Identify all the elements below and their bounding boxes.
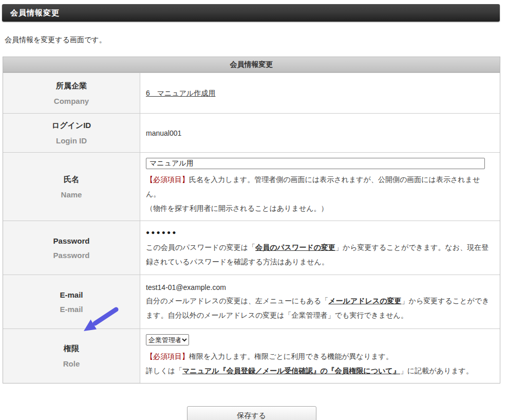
email-change-link[interactable]: メールアドレスの変更 bbox=[328, 297, 401, 305]
role-description-line2: 詳しくは「マニュアル『会員登録／メール受信確認』の『会員権限について』」に記載が… bbox=[146, 363, 492, 378]
member-info-table: 会員情報変更 所属企業 Company 6 マニュアル作成用 ログインID Lo… bbox=[3, 57, 500, 384]
email-value: test14-01@example.com bbox=[146, 281, 492, 294]
email-description: 自分のメールアドレスの変更は、左メニューにもある「メールアドレスの変更」から変更… bbox=[146, 294, 492, 322]
role-manual-link[interactable]: マニュアル『会員登録／メール受信確認』の『会員権限について』 bbox=[182, 367, 400, 375]
name-label-cell: 氏名 Name bbox=[3, 153, 140, 221]
name-label-ja: 氏名 bbox=[64, 175, 79, 185]
company-link[interactable]: 6 マニュアル作成用 bbox=[146, 89, 215, 97]
role-label-cell: 権限 Role bbox=[3, 329, 140, 383]
login-id-label-cell: ログインID Login ID bbox=[3, 114, 140, 152]
company-label-en: Company bbox=[54, 97, 89, 105]
role-required-tag: 【必須項目】 bbox=[146, 352, 189, 360]
name-description-line2: （物件を探す利用者に開示されることはありません。） bbox=[146, 201, 492, 215]
password-value-cell: ●●●●●● この会員のパスワードの変更は「会員のパスワードの変更」から変更する… bbox=[140, 221, 500, 275]
page-title: 会員情報変更 bbox=[10, 8, 60, 18]
company-label-cell: 所属企業 Company bbox=[3, 73, 140, 113]
member-info-change-page: { "colors": { "titlebar-top": "#474747",… bbox=[0, 0, 507, 420]
table-row-role: 権限 Role 企業管理者 【必須項目】権限を入力します。権限ごとに利用できる機… bbox=[3, 328, 500, 383]
save-button[interactable]: 保存する bbox=[187, 406, 316, 420]
role-select[interactable]: 企業管理者 bbox=[146, 334, 189, 345]
role-value-cell: 企業管理者 【必須項目】権限を入力します。権限ごとに利用できる機能が異なります。… bbox=[140, 329, 500, 383]
password-masked-value: ●●●●●● bbox=[146, 227, 492, 238]
login-id-label-en: Login ID bbox=[56, 136, 87, 145]
table-row-email: E-mail E-mail test14-01@example.com 自分のメ… bbox=[3, 275, 500, 328]
table-row-company: 所属企業 Company 6 マニュアル作成用 bbox=[3, 72, 500, 113]
page-title-bar: 会員情報変更 bbox=[2, 4, 500, 22]
login-id-value: manual001 bbox=[146, 127, 492, 139]
table-row-login-id: ログインID Login ID manual001 bbox=[3, 113, 500, 152]
email-value-cell: test14-01@example.com 自分のメールアドレスの変更は、左メニ… bbox=[140, 275, 500, 328]
password-label-en: Password bbox=[53, 251, 90, 260]
intro-text: 会員情報を変更する画面です。 bbox=[5, 35, 507, 45]
password-change-link[interactable]: 会員のパスワードの変更 bbox=[255, 243, 335, 251]
name-input[interactable] bbox=[146, 158, 485, 169]
actions-bar: 保存する bbox=[3, 406, 500, 420]
email-label-en: E-mail bbox=[60, 305, 83, 314]
role-description-line1: 【必須項目】権限を入力します。権限ごとに利用できる機能が異なります。 bbox=[146, 349, 492, 363]
table-row-name: 氏名 Name 【必須項目】氏名を入力します。管理者側の画面には表示されますが、… bbox=[3, 152, 500, 221]
email-label-cell: E-mail E-mail bbox=[3, 275, 140, 328]
company-value-cell: 6 マニュアル作成用 bbox=[140, 73, 500, 113]
name-description-line1: 【必須項目】氏名を入力します。管理者側の画面には表示されますが、公開側の画面には… bbox=[146, 172, 492, 201]
name-label-en: Name bbox=[61, 190, 82, 199]
password-label-cell: Password Password bbox=[3, 221, 140, 275]
email-label-ja: E-mail bbox=[60, 290, 83, 299]
name-required-tag: 【必須項目】 bbox=[146, 175, 189, 184]
table-row-password: Password Password ●●●●●● この会員のパスワードの変更は「… bbox=[3, 221, 500, 275]
role-label-en: Role bbox=[63, 359, 80, 368]
company-label-ja: 所属企業 bbox=[56, 81, 87, 91]
role-label-ja: 権限 bbox=[64, 344, 79, 354]
login-id-value-cell: manual001 bbox=[140, 114, 500, 152]
table-caption: 会員情報変更 bbox=[3, 57, 500, 72]
password-label-ja: Password bbox=[53, 236, 90, 245]
login-id-label-ja: ログインID bbox=[52, 121, 91, 131]
name-value-cell: 【必須項目】氏名を入力します。管理者側の画面には表示されますが、公開側の画面には… bbox=[140, 153, 500, 221]
password-description: この会員のパスワードの変更は「会員のパスワードの変更」から変更することができます… bbox=[146, 240, 492, 269]
